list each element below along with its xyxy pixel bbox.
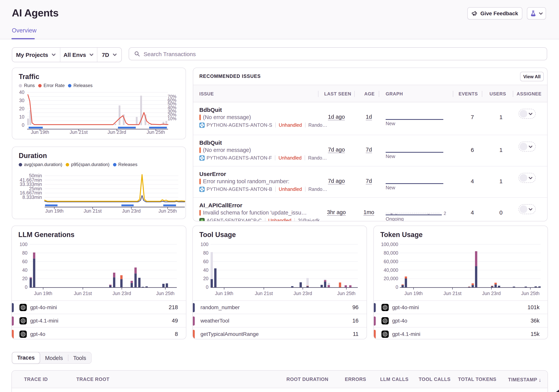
svg-text:10%: 10% [168, 116, 177, 121]
svg-text:0: 0 [396, 284, 398, 290]
svg-text:Jun 23rd: Jun 23rd [293, 291, 312, 296]
svg-text:60,000: 60,000 [384, 259, 398, 264]
svg-text:40: 40 [203, 267, 208, 273]
svg-text:80,000: 80,000 [384, 250, 398, 255]
svg-text:Jun 21st: Jun 21st [74, 291, 92, 296]
svg-text:Jun 21st: Jun 21st [70, 129, 88, 135]
svg-text:Jun 21st: Jun 21st [255, 291, 273, 296]
svg-text:40,000: 40,000 [384, 267, 398, 273]
svg-text:100: 100 [200, 242, 208, 247]
svg-text:Jun 21st: Jun 21st [84, 208, 102, 214]
svg-text:Jun 19th: Jun 19th [34, 291, 52, 296]
svg-text:20,000: 20,000 [384, 276, 398, 281]
svg-text:20: 20 [203, 276, 208, 281]
svg-text:100: 100 [19, 242, 28, 247]
svg-text:Jun 25th: Jun 25th [521, 291, 540, 296]
svg-text:Jun 25th: Jun 25th [337, 291, 355, 296]
svg-text:40: 40 [19, 90, 24, 95]
svg-text:30: 30 [19, 98, 24, 103]
svg-text:60: 60 [203, 259, 208, 264]
svg-text:Jun 19th: Jun 19th [404, 291, 423, 296]
svg-text:40: 40 [22, 267, 28, 273]
svg-text:Jun 19th: Jun 19th [31, 129, 49, 135]
svg-text:Jun 23rd: Jun 23rd [482, 291, 501, 296]
svg-text:Jun 19th: Jun 19th [215, 291, 233, 296]
svg-text:80: 80 [203, 250, 208, 255]
svg-text:Jun 23rd: Jun 23rd [107, 129, 126, 135]
svg-text:20: 20 [22, 276, 28, 281]
svg-text:0: 0 [206, 284, 208, 290]
svg-text:Jun 25th: Jun 25th [158, 208, 177, 214]
svg-text:0: 0 [22, 122, 24, 128]
svg-text:0: 0 [25, 284, 28, 290]
svg-text:Jun 23rd: Jun 23rd [122, 208, 140, 214]
svg-text:Jun 19th: Jun 19th [45, 208, 64, 214]
svg-text:10: 10 [19, 114, 24, 119]
svg-text:Jun 21st: Jun 21st [444, 291, 462, 296]
svg-text:Jun 23rd: Jun 23rd [112, 291, 131, 296]
svg-text:80: 80 [22, 250, 28, 255]
svg-text:20: 20 [19, 106, 24, 111]
svg-text:Jun 25th: Jun 25th [147, 129, 165, 135]
svg-text:100,000: 100,000 [381, 242, 398, 247]
svg-text:Jun 25th: Jun 25th [156, 291, 175, 296]
svg-text:60: 60 [22, 259, 28, 264]
svg-text:8.333min: 8.333min [22, 194, 42, 200]
